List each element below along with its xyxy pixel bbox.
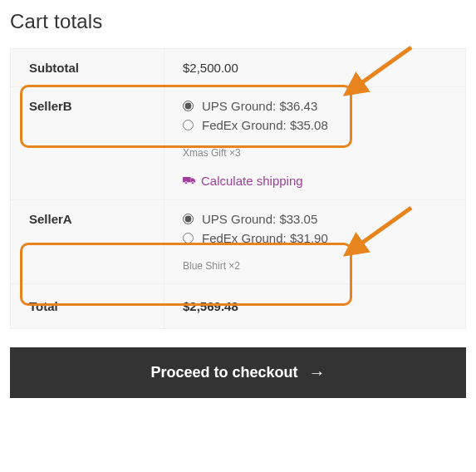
checkout-label: Proceed to checkout — [150, 364, 297, 381]
shipping-option[interactable]: UPS Ground: $33.05 — [183, 212, 447, 226]
shipping-option-label: UPS Ground: $33.05 — [202, 212, 317, 226]
seller-items-note: Blue Shirt ×2 — [183, 260, 447, 272]
shipping-radio-ups-a[interactable] — [183, 214, 194, 224]
shipping-option-label: FedEx Ground: $31.90 — [202, 231, 328, 245]
subtotal-label: Subtotal — [11, 49, 164, 87]
seller-a-name: SellerA — [11, 200, 164, 284]
calculate-shipping-label: Calculate shipping — [201, 174, 303, 188]
shipping-radio-ups-b[interactable] — [183, 101, 194, 111]
proceed-to-checkout-button[interactable]: Proceed to checkout → — [10, 347, 466, 398]
shipping-radio-fedex-b[interactable] — [183, 120, 194, 130]
shipping-option[interactable]: UPS Ground: $36.43 — [183, 99, 447, 113]
total-label: Total — [11, 284, 164, 329]
shipping-radio-fedex-a[interactable] — [183, 233, 194, 243]
seller-row-a: SellerA UPS Ground: $33.05 FedEx Ground:… — [11, 200, 466, 284]
total-row: Total $2,569.48 — [11, 284, 466, 329]
page-title: Cart totals — [10, 10, 466, 33]
truck-icon — [183, 174, 201, 188]
seller-items-note: Xmas Gift ×3 — [183, 147, 447, 159]
seller-row-b: SellerB UPS Ground: $36.43 FedEx Ground:… — [11, 87, 466, 200]
total-value: $2,569.48 — [164, 284, 466, 329]
shipping-option-label: FedEx Ground: $35.08 — [202, 118, 328, 132]
seller-b-name: SellerB — [11, 87, 164, 200]
subtotal-value: $2,500.00 — [164, 49, 466, 87]
svg-point-2 — [191, 182, 194, 184]
subtotal-row: Subtotal $2,500.00 — [11, 49, 466, 87]
shipping-option[interactable]: FedEx Ground: $35.08 — [183, 118, 447, 132]
svg-point-1 — [184, 182, 187, 184]
shipping-option-label: UPS Ground: $36.43 — [202, 99, 317, 113]
calculate-shipping-link[interactable]: Calculate shipping — [183, 174, 303, 188]
cart-totals-table: Subtotal $2,500.00 SellerB UPS Ground: $… — [10, 48, 466, 329]
shipping-option[interactable]: FedEx Ground: $31.90 — [183, 231, 447, 245]
